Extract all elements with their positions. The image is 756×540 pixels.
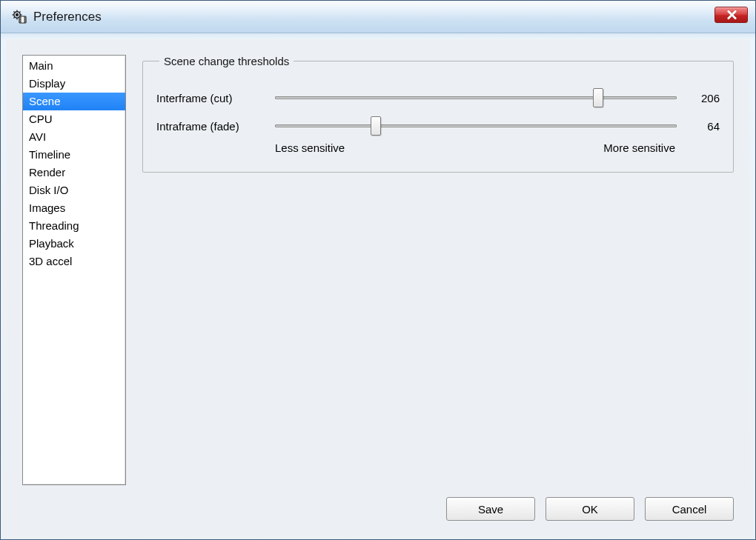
close-button[interactable] bbox=[714, 7, 748, 23]
preferences-window: Preferences MainDisplaySceneCPUAVITimeli… bbox=[0, 0, 756, 540]
sidebar-item-playback[interactable]: Playback bbox=[23, 235, 125, 253]
sensitivity-hints: Less sensitive More sensitive bbox=[275, 141, 675, 154]
svg-rect-16 bbox=[24, 17, 25, 18]
slider-value: 206 bbox=[684, 92, 720, 104]
svg-rect-14 bbox=[20, 19, 21, 20]
ok-button[interactable]: OK bbox=[546, 497, 634, 521]
hint-more-sensitive: More sensitive bbox=[603, 141, 675, 154]
close-icon bbox=[726, 10, 737, 20]
sidebar-item-avi[interactable]: AVI bbox=[23, 128, 125, 146]
sidebar-item-threading[interactable]: Threading bbox=[23, 217, 125, 235]
hint-less-sensitive: Less sensitive bbox=[275, 141, 345, 154]
save-button[interactable]: Save bbox=[446, 497, 535, 521]
svg-point-1 bbox=[16, 13, 19, 16]
scene-thresholds-group: Scene change thresholds Interframe (cut)… bbox=[142, 55, 734, 173]
titlebar: Preferences bbox=[1, 1, 755, 33]
slider-label: Intraframe (fade) bbox=[156, 120, 268, 133]
svg-line-8 bbox=[13, 17, 14, 18]
sidebar-item-timeline[interactable]: Timeline bbox=[23, 146, 125, 164]
category-listbox[interactable]: MainDisplaySceneCPUAVITimelineRenderDisk… bbox=[22, 55, 126, 485]
slider-row: Intraframe (fade)64 bbox=[156, 115, 720, 137]
group-legend: Scene change thresholds bbox=[159, 55, 294, 67]
svg-rect-13 bbox=[20, 17, 21, 18]
svg-line-6 bbox=[13, 11, 14, 12]
slider-label: Interframe (cut) bbox=[156, 92, 268, 104]
sidebar-item-display[interactable]: Display bbox=[23, 75, 125, 93]
sidebar-item-scene[interactable]: Scene bbox=[23, 93, 125, 110]
sidebar-item-3d-accel[interactable]: 3D accel bbox=[23, 253, 125, 270]
svg-rect-15 bbox=[20, 21, 21, 21]
sidebar-item-images[interactable]: Images bbox=[23, 199, 125, 217]
cancel-button[interactable]: Cancel bbox=[645, 497, 734, 521]
client-area: MainDisplaySceneCPUAVITimelineRenderDisk… bbox=[1, 33, 755, 539]
dialog-inner: MainDisplaySceneCPUAVITimelineRenderDisk… bbox=[7, 39, 749, 533]
slider[interactable] bbox=[275, 87, 677, 109]
svg-rect-18 bbox=[24, 21, 25, 21]
dialog-buttons: Save OK Cancel bbox=[22, 485, 734, 521]
slider[interactable] bbox=[275, 115, 677, 137]
settings-panel: Scene change thresholds Interframe (cut)… bbox=[142, 55, 734, 485]
app-gear-icon bbox=[11, 9, 27, 25]
window-title: Preferences bbox=[33, 10, 102, 24]
slider-track bbox=[275, 124, 677, 127]
sidebar-item-render[interactable]: Render bbox=[23, 164, 125, 181]
sidebar-item-main[interactable]: Main bbox=[23, 57, 125, 75]
slider-track bbox=[275, 96, 677, 99]
sidebar-item-cpu[interactable]: CPU bbox=[23, 110, 125, 128]
slider-value: 64 bbox=[684, 120, 720, 133]
slider-thumb[interactable] bbox=[371, 116, 381, 136]
slider-thumb[interactable] bbox=[593, 88, 603, 107]
sidebar-item-disk-i-o[interactable]: Disk I/O bbox=[23, 181, 125, 199]
slider-row: Interframe (cut)206 bbox=[156, 87, 720, 109]
svg-rect-17 bbox=[24, 19, 25, 20]
svg-line-9 bbox=[19, 11, 20, 12]
